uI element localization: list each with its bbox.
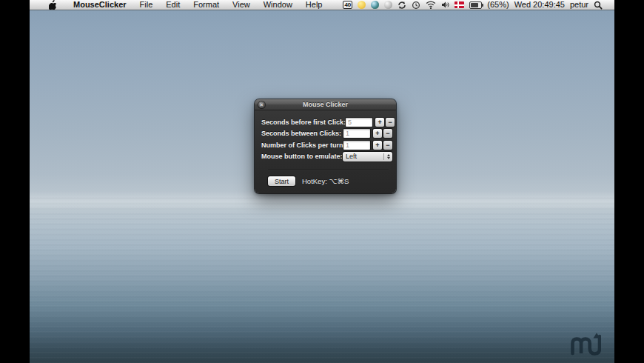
row-seconds-before-first-click: Seconds before first Click: + − xyxy=(261,116,392,127)
controls: + − xyxy=(343,129,392,138)
macupdate-watermark-logo xyxy=(570,330,601,356)
row-seconds-between-clicks: Seconds between Clicks: + − xyxy=(261,128,392,139)
increment-button[interactable]: + xyxy=(373,141,382,150)
menu-clock[interactable]: Wed 20:49:45 xyxy=(514,0,565,10)
mouse-clicker-window: ✕ Mouse Clicker Seconds before first Cli… xyxy=(255,99,396,193)
week-number-badge[interactable]: 40 xyxy=(343,1,352,9)
menu-window[interactable]: Window xyxy=(257,0,299,10)
row-clicks-per-turn: Number of Clicks per turn + − xyxy=(261,139,392,150)
menu-app-name[interactable]: MouseClicker xyxy=(67,0,133,10)
decrement-button[interactable]: − xyxy=(383,141,392,150)
wifi-icon[interactable] xyxy=(426,1,436,9)
sync-arrows-icon[interactable] xyxy=(398,1,406,10)
stepper-group: + − xyxy=(373,141,392,150)
controls: + − xyxy=(346,118,395,127)
window-title: Mouse Clicker xyxy=(303,101,348,108)
controls: + − xyxy=(343,141,392,150)
menu-bar: MouseClicker File Edit Format View Windo… xyxy=(30,0,614,10)
seconds-between-clicks-input[interactable] xyxy=(343,129,370,138)
mouse-button-label: Mouse button to emulate: xyxy=(261,153,343,160)
decrement-button[interactable]: − xyxy=(383,129,392,138)
seconds-between-clicks-label: Seconds between Clicks: xyxy=(261,130,343,137)
hotkey-label: HotKey: ⌥⌘S xyxy=(302,177,349,185)
menu-file[interactable]: File xyxy=(133,0,160,10)
screen: MouseClicker File Edit Format View Windo… xyxy=(30,0,614,363)
window-body: Seconds before first Click: + − Seconds … xyxy=(255,110,396,186)
spotlight-search-icon[interactable] xyxy=(594,1,603,10)
seconds-before-first-click-label: Seconds before first Click: xyxy=(261,119,346,126)
yellow-clock-icon[interactable] xyxy=(358,1,366,9)
menu-help[interactable]: Help xyxy=(299,0,329,10)
menu-view[interactable]: View xyxy=(226,0,257,10)
increment-button[interactable]: + xyxy=(373,129,382,138)
window-titlebar[interactable]: ✕ Mouse Clicker xyxy=(255,99,396,110)
divider xyxy=(268,170,389,171)
decrement-button[interactable]: − xyxy=(386,118,395,127)
popup-arrows-icon xyxy=(383,153,392,160)
increment-button[interactable]: + xyxy=(375,118,384,127)
clicks-per-turn-input[interactable] xyxy=(343,141,370,150)
time-machine-clock-icon[interactable] xyxy=(412,1,420,10)
menu-bar-left: MouseClicker File Edit Format View Windo… xyxy=(30,0,329,10)
clicks-per-turn-label: Number of Clicks per turn xyxy=(261,141,343,149)
stepper-group: + − xyxy=(373,129,392,138)
desktop-stage: MouseClicker File Edit Format View Windo… xyxy=(0,0,644,363)
bottom-row: Start HotKey: ⌥⌘S xyxy=(268,176,389,186)
stepper-group: + − xyxy=(375,118,395,127)
water-ripples xyxy=(30,196,614,363)
apple-menu[interactable] xyxy=(42,0,64,10)
volume-icon[interactable] xyxy=(441,1,449,9)
selected-option: Left xyxy=(343,153,383,160)
gray-sphere-icon[interactable] xyxy=(384,1,392,9)
globe-icon[interactable] xyxy=(371,1,379,9)
battery-percent[interactable]: (65%) xyxy=(487,0,509,10)
danish-flag-input-icon[interactable] xyxy=(455,1,464,8)
controls: Left xyxy=(343,152,392,161)
apple-icon xyxy=(49,0,57,10)
menu-format[interactable]: Format xyxy=(187,0,226,10)
seconds-before-first-click-input[interactable] xyxy=(346,118,372,127)
mouse-button-select[interactable]: Left xyxy=(343,152,392,161)
close-icon[interactable]: ✕ xyxy=(258,101,265,108)
menu-edit[interactable]: Edit xyxy=(159,0,187,10)
fast-user-switch-name[interactable]: petur xyxy=(570,0,588,10)
row-mouse-button: Mouse button to emulate: Left xyxy=(261,151,392,162)
battery-icon[interactable] xyxy=(469,1,482,9)
menu-bar-status: 40 xyxy=(343,0,614,10)
start-button[interactable]: Start xyxy=(268,176,295,186)
